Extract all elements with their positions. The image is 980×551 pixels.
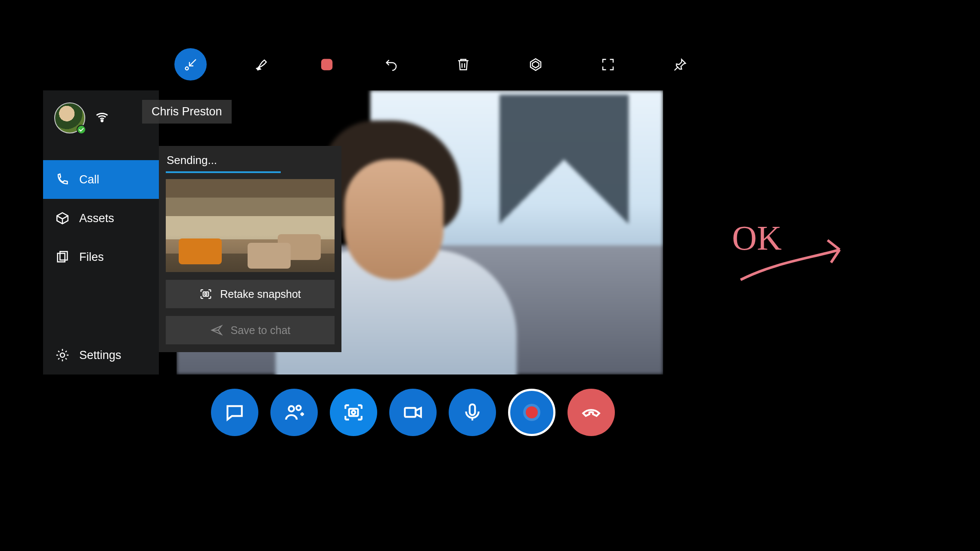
remote-assist-window: Call Assets Files Settings [43,90,663,375]
nav: Call Assets Files [43,160,159,276]
svg-point-4 [101,120,103,122]
files-icon [55,250,70,264]
fullscreen-button[interactable] [592,48,624,80]
profile-area [43,90,159,143]
undo-icon [383,57,399,72]
pen-icon [255,57,271,72]
svg-rect-15 [470,404,475,415]
stop-record-button[interactable] [319,57,335,72]
save-label: Save to chat [231,324,291,337]
svg-rect-6 [60,251,67,260]
svg-rect-5 [58,254,65,262]
svg-rect-14 [405,408,416,417]
gear-icon [55,348,70,362]
nav-label: Settings [79,349,121,362]
hex-icon [528,57,543,72]
undo-button[interactable] [375,48,407,80]
svg-point-7 [60,353,65,357]
pin-button[interactable] [664,48,696,80]
save-to-chat-button: Save to chat [166,316,335,344]
participant-name: Chris Preston [152,105,222,118]
chat-icon [224,402,245,423]
pin-icon [673,57,688,72]
upload-progress-bar [166,171,281,173]
chat-button[interactable] [211,389,258,436]
delete-button[interactable] [447,48,479,80]
svg-point-11 [296,406,301,410]
snapshot-panel: Sending... Retake snapshot Save to chat [159,146,341,352]
snip-collapse-button[interactable] [174,48,207,80]
sending-status: Sending... [167,154,335,167]
call-controls [211,389,615,436]
pen-button[interactable] [247,48,279,80]
svg-marker-3 [532,61,539,68]
ink-annotation: OK [732,220,887,299]
svg-point-10 [289,406,295,412]
svg-point-9 [205,293,207,295]
avatar[interactable] [54,102,85,133]
nav-label: Assets [79,212,114,225]
presence-available-icon [77,125,86,134]
people-add-icon [283,402,305,423]
snapshot-thumbnail [166,179,335,272]
retake-snapshot-button[interactable]: Retake snapshot [166,280,335,308]
ink-text: OK [732,219,782,257]
annotation-toolbar [174,48,696,80]
nav-item-files[interactable]: Files [43,238,159,276]
send-icon [210,324,223,337]
hangup-button[interactable] [568,389,615,436]
nav-label: Call [79,173,99,186]
snapshot-icon [343,402,364,423]
svg-rect-1 [322,59,332,70]
wifi-icon [95,110,109,126]
nav-item-settings[interactable]: Settings [43,336,159,375]
upload-progress [166,171,335,173]
retake-label: Retake snapshot [220,288,301,300]
expand-icon [600,57,616,72]
video-icon [402,402,424,423]
participant-name-tag: Chris Preston [142,100,232,124]
record-button[interactable] [508,389,555,436]
svg-point-0 [185,67,188,70]
hangup-icon [580,402,602,423]
add-participant-button[interactable] [270,389,318,436]
mic-button[interactable] [449,389,496,436]
video-button[interactable] [389,389,437,436]
mic-icon [462,402,483,423]
sidebar: Call Assets Files Settings [43,90,159,375]
snapshot-icon [199,288,212,300]
nav-item-assets[interactable]: Assets [43,199,159,238]
arrow-in-icon [183,57,198,72]
trash-icon [456,57,471,72]
screen: Call Assets Files Settings [0,0,980,551]
box-icon [55,211,70,226]
nav-label: Files [79,251,104,264]
svg-point-13 [352,411,355,414]
shapes-button[interactable] [519,48,552,80]
phone-icon [55,172,70,187]
record-icon [526,406,538,418]
snapshot-button[interactable] [330,389,377,436]
stop-square-icon [319,57,335,72]
nav-item-call[interactable]: Call [43,160,159,199]
